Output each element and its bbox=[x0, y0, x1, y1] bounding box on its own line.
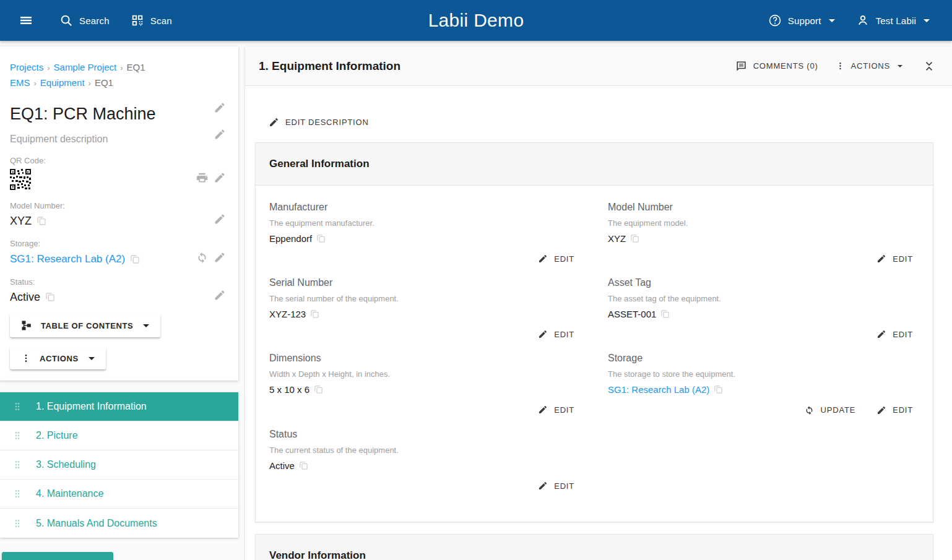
edit-field-button[interactable]: EDIT bbox=[870, 249, 919, 269]
edit-field-button[interactable]: EDIT bbox=[532, 476, 581, 496]
drag-handle-icon[interactable] bbox=[12, 429, 22, 442]
section-item-label: 5. Manuals And Documents bbox=[36, 518, 157, 529]
collapse-section-icon[interactable] bbox=[920, 57, 938, 75]
sync-storage-icon[interactable] bbox=[193, 248, 211, 266]
edit-label: EDIT bbox=[554, 481, 574, 491]
status-value: Active bbox=[10, 291, 40, 304]
section-actions-label: ACTIONS bbox=[851, 61, 890, 71]
edit-description-pencil-icon[interactable] bbox=[211, 126, 228, 143]
copy-icon[interactable] bbox=[299, 461, 308, 470]
pencil-icon bbox=[538, 254, 548, 264]
copy-icon[interactable] bbox=[310, 309, 319, 319]
field-label: Asset Tag bbox=[608, 277, 919, 288]
qr-scan-icon bbox=[131, 14, 144, 27]
field-value: ASSET-001 bbox=[608, 309, 656, 319]
sidebar-actions-button[interactable]: ACTIONS bbox=[10, 347, 106, 369]
drag-handle-icon[interactable] bbox=[12, 459, 22, 471]
edit-status-pencil-icon[interactable] bbox=[211, 286, 228, 304]
edit-model-pencil-icon[interactable] bbox=[211, 210, 228, 228]
section-item-label: 4. Maintenance bbox=[36, 488, 103, 499]
storage-value-link[interactable]: SG1: Research Lab (A2) bbox=[608, 384, 709, 395]
breadcrumb-current: EQ1 bbox=[127, 62, 145, 72]
table-of-contents-label: TABLE OF CONTENTS bbox=[41, 321, 133, 330]
section-item-picture[interactable]: 2. Picture bbox=[0, 421, 238, 450]
copy-icon[interactable] bbox=[630, 234, 639, 243]
add-section-button[interactable]: ADD SECTION bbox=[2, 552, 113, 560]
section-item-scheduling[interactable]: 3. Scheduling bbox=[0, 450, 238, 480]
edit-qr-pencil-icon[interactable] bbox=[211, 169, 228, 186]
edit-field-button[interactable]: EDIT bbox=[870, 400, 919, 420]
field-label: Dimensions bbox=[269, 353, 581, 364]
scan-button[interactable]: Scan bbox=[123, 9, 180, 32]
chevron-down-icon bbox=[89, 357, 95, 360]
section-item-maintenance[interactable]: 4. Maintenance bbox=[0, 480, 238, 509]
storage-label: Storage: bbox=[10, 239, 228, 248]
storage-link[interactable]: SG1: Research Lab (A2) bbox=[10, 253, 125, 265]
chevron-down-icon bbox=[898, 65, 902, 67]
field-serial-number: Serial Number The serial number of the e… bbox=[269, 277, 581, 344]
help-icon bbox=[768, 14, 782, 27]
copy-icon[interactable] bbox=[45, 292, 55, 302]
edit-field-button[interactable]: EDIT bbox=[532, 324, 581, 344]
drag-handle-icon[interactable] bbox=[12, 400, 22, 413]
scan-label: Scan bbox=[150, 15, 172, 26]
support-menu[interactable]: Support bbox=[761, 9, 842, 32]
search-button[interactable]: Search bbox=[52, 9, 117, 32]
field-description: The current status of the equipment. bbox=[269, 446, 581, 455]
general-information-card: General Information Manufacturer The equ… bbox=[255, 142, 933, 522]
field-description: The equipment manufacturer. bbox=[269, 218, 581, 228]
drag-handle-icon[interactable] bbox=[12, 488, 22, 500]
edit-field-button[interactable]: EDIT bbox=[870, 324, 919, 344]
breadcrumb-sample-project[interactable]: Sample Project bbox=[54, 62, 117, 72]
qr-code-label: QR Code: bbox=[10, 156, 228, 165]
print-qr-icon[interactable] bbox=[193, 169, 211, 187]
field-dimensions: Dimensions Width x Depth x Height, in in… bbox=[269, 353, 581, 420]
section-item-manuals-and-documents[interactable]: 5. Manuals And Documents bbox=[0, 509, 238, 538]
breadcrumb-equipment[interactable]: Equipment bbox=[40, 77, 85, 88]
copy-icon[interactable] bbox=[660, 309, 670, 319]
section-list: 1. Equipment Information 2. Picture 3. S… bbox=[0, 392, 238, 538]
edit-label: EDIT bbox=[554, 254, 574, 264]
copy-icon[interactable] bbox=[130, 254, 140, 264]
breadcrumb-separator: › bbox=[89, 79, 91, 88]
edit-label: EDIT bbox=[893, 405, 913, 415]
table-of-contents-button[interactable]: TABLE OF CONTENTS bbox=[10, 314, 160, 337]
chevron-down-icon bbox=[924, 19, 930, 22]
edit-label: EDIT bbox=[554, 405, 574, 415]
comments-button[interactable]: COMMENTS (0) bbox=[729, 55, 824, 77]
field-storage: Storage The storage to store the equipme… bbox=[608, 353, 919, 420]
field-description: The equipment model. bbox=[608, 218, 919, 228]
copy-icon[interactable] bbox=[316, 234, 326, 243]
user-label: Test Labii bbox=[876, 15, 916, 26]
edit-title-pencil-icon[interactable] bbox=[211, 99, 228, 116]
field-status: Status The current status of the equipme… bbox=[269, 429, 581, 496]
update-label: UPDATE bbox=[821, 405, 856, 415]
section-item-label: 1. Equipment Information bbox=[36, 401, 147, 412]
menu-icon[interactable] bbox=[15, 8, 37, 33]
edit-field-button[interactable]: EDIT bbox=[532, 249, 581, 269]
section-item-equipment-information[interactable]: 1. Equipment Information bbox=[0, 392, 238, 421]
user-menu[interactable]: Test Labii bbox=[849, 9, 937, 32]
card-title: Vendor Information bbox=[269, 549, 366, 560]
pencil-icon bbox=[876, 405, 886, 415]
copy-icon[interactable] bbox=[37, 216, 46, 226]
section-item-label: 3. Scheduling bbox=[36, 459, 96, 470]
update-field-button[interactable]: UPDATE bbox=[798, 400, 862, 420]
edit-field-button[interactable]: EDIT bbox=[532, 400, 581, 420]
kebab-icon bbox=[21, 353, 31, 363]
drag-handle-icon[interactable] bbox=[12, 517, 22, 530]
breadcrumb-projects[interactable]: Projects bbox=[10, 62, 43, 72]
field-value: 5 x 10 x 6 bbox=[269, 384, 309, 395]
breadcrumb-ems[interactable]: EMS bbox=[10, 77, 30, 88]
edit-description-button[interactable]: EDIT DESCRIPTION bbox=[269, 112, 375, 132]
edit-storage-pencil-icon[interactable] bbox=[211, 249, 228, 266]
breadcrumb-separator: › bbox=[34, 79, 37, 88]
pencil-icon bbox=[876, 254, 886, 264]
field-description: The storage to store the equipment. bbox=[608, 369, 919, 379]
copy-icon[interactable] bbox=[314, 385, 323, 394]
field-label: Model Number bbox=[608, 202, 919, 213]
section-header: 1. Equipment Information COMMENTS (0) AC… bbox=[245, 46, 952, 86]
copy-icon[interactable] bbox=[714, 385, 723, 394]
section-actions-button[interactable]: ACTIONS bbox=[829, 56, 909, 75]
pencil-icon bbox=[538, 481, 548, 491]
